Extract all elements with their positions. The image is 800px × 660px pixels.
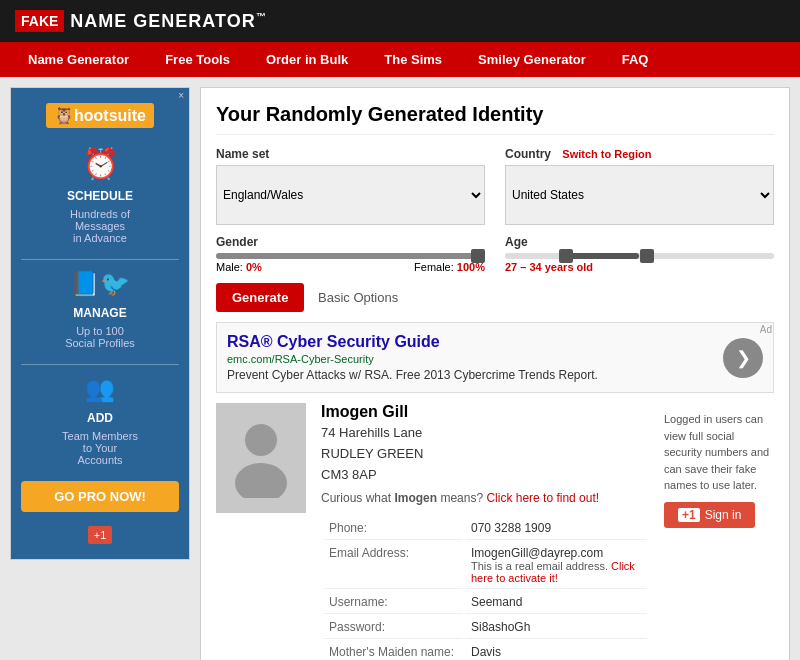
gopro-button[interactable]: GO PRO NOW! xyxy=(21,481,179,512)
email-label: Email Address: xyxy=(323,542,463,589)
gender-track[interactable] xyxy=(216,253,485,259)
form-row: Name set Croatian Czech Danish Dutch Eng… xyxy=(216,147,774,225)
age-thumb-right[interactable] xyxy=(640,249,654,263)
maiden-label: Mother's Maiden name: xyxy=(323,641,463,660)
switch-region-link[interactable]: Switch to Region xyxy=(562,148,651,160)
age-slider xyxy=(505,253,774,259)
clock-icon: ⏰ xyxy=(21,146,179,181)
ad-banner-url: emc.com/RSA-Cyber-Security xyxy=(227,353,713,365)
curious-link[interactable]: Click here to find out! xyxy=(486,491,599,505)
maiden-value: Davis xyxy=(465,641,647,660)
nameset-select[interactable]: Croatian Czech Danish Dutch England/Wale… xyxy=(216,165,485,225)
profile-address: 74 Harehills Lane RUDLEY GREEN CM3 8AP xyxy=(321,423,649,485)
svg-point-1 xyxy=(235,463,287,498)
hootsuite-logo: 🦉hootsuite xyxy=(46,103,154,128)
phone-label: Phone: xyxy=(323,517,463,540)
nameset-label: Name set xyxy=(216,147,485,161)
divider2 xyxy=(21,364,179,365)
nav-smiley[interactable]: Smiley Generator xyxy=(460,42,604,77)
slider-row: Gender Male: 0% Female: 100% xyxy=(216,235,774,273)
curious-line: Curious what Imogen means? Click here to… xyxy=(321,491,649,505)
password-value: Si8ashoGh xyxy=(465,616,647,639)
table-row: Mother's Maiden name: Davis xyxy=(323,641,647,660)
email-cell: ImogenGill@dayrep.com This is a real ema… xyxy=(465,542,647,589)
signin-button[interactable]: +1 Sign in xyxy=(664,502,755,528)
login-promo-text: Logged in users can view full social sec… xyxy=(664,411,774,494)
nav-free-tools[interactable]: Free Tools xyxy=(147,42,248,77)
country-group: Country Switch to Region Switzerland Tun… xyxy=(505,147,774,225)
schedule-title: SCHEDULE xyxy=(21,189,179,203)
people-icon: 👥 xyxy=(21,375,179,403)
profile-section: Imogen Gill 74 Harehills Lane RUDLEY GRE… xyxy=(216,403,774,660)
social-icons: 📘🐦 xyxy=(21,270,179,298)
country-label: Country Switch to Region xyxy=(505,147,774,161)
nav-faq[interactable]: FAQ xyxy=(604,42,667,77)
generate-button[interactable]: Generate xyxy=(216,283,304,312)
button-row: Generate Basic Options xyxy=(216,283,774,312)
manage-title: MANAGE xyxy=(21,306,179,320)
age-range-label: 27 – 34 years old xyxy=(505,261,593,273)
header: FAKE NAME GENERATOR™ xyxy=(0,0,800,42)
gender-labels: Male: 0% Female: 100% xyxy=(216,261,485,273)
svg-point-0 xyxy=(245,424,277,456)
nav-order-bulk[interactable]: Order in Bulk xyxy=(248,42,366,77)
age-labels: 27 – 34 years old xyxy=(505,261,774,273)
gender-group: Gender Male: 0% Female: 100% xyxy=(216,235,485,273)
username-value: Seemand xyxy=(465,591,647,614)
phone-value: 070 3288 1909 xyxy=(465,517,647,540)
gender-slider xyxy=(216,253,485,259)
login-promo-col: Logged in users can view full social sec… xyxy=(664,403,774,660)
ad-label: Ad xyxy=(760,324,772,335)
ad-banner: RSA® Cyber Security Guide emc.com/RSA-Cy… xyxy=(216,322,774,393)
add-title: ADD xyxy=(21,411,179,425)
avatar-placeholder xyxy=(216,403,306,513)
table-row: Username: Seemand xyxy=(323,591,647,614)
ad-box: × 🦉hootsuite ⏰ SCHEDULE Hundreds of Mess… xyxy=(10,87,190,560)
nav-name-generator[interactable]: Name Generator xyxy=(10,42,147,77)
nav-bar: Name Generator Free Tools Order in Bulk … xyxy=(0,42,800,77)
divider xyxy=(21,259,179,260)
male-label: Male: 0% xyxy=(216,261,262,273)
profile-table: Phone: 070 3288 1909 Email Address: Imog… xyxy=(321,515,649,660)
age-thumb-left[interactable] xyxy=(559,249,573,263)
page-title: Your Randomly Generated Identity xyxy=(216,103,774,135)
profile-details: Imogen Gill 74 Harehills Lane RUDLEY GRE… xyxy=(321,403,649,660)
logo-fake-badge: FAKE xyxy=(15,10,64,32)
password-label: Password: xyxy=(323,616,463,639)
nav-the-sims[interactable]: The Sims xyxy=(366,42,460,77)
username-label: Username: xyxy=(323,591,463,614)
schedule-sub: Hundreds of Messages in Advance xyxy=(21,208,179,244)
age-group: Age 27 – 34 years old xyxy=(505,235,774,273)
ad-banner-desc: Prevent Cyber Attacks w/ RSA. Free 2013 … xyxy=(227,368,713,382)
gender-thumb[interactable] xyxy=(471,249,485,263)
logo-text: NAME GENERATOR™ xyxy=(70,11,266,32)
ad-banner-text: RSA® Cyber Security Guide emc.com/RSA-Cy… xyxy=(227,333,713,382)
avatar-silhouette xyxy=(231,418,291,498)
gplus-badge: +1 xyxy=(88,526,113,544)
table-row: Email Address: ImogenGill@dayrep.com Thi… xyxy=(323,542,647,589)
age-label: Age xyxy=(505,235,774,249)
gplus-icon: +1 xyxy=(678,508,700,522)
gender-label: Gender xyxy=(216,235,485,249)
content-area: Your Randomly Generated Identity Name se… xyxy=(200,87,790,660)
email-note: This is a real email address. Click here… xyxy=(471,560,641,584)
basic-options-button[interactable]: Basic Options xyxy=(318,290,398,305)
add-sub: Team Members to Your Accounts xyxy=(21,430,179,466)
table-row: Phone: 070 3288 1909 xyxy=(323,517,647,540)
ad-arrow-icon[interactable]: ❯ xyxy=(723,338,763,378)
main-container: × 🦉hootsuite ⏰ SCHEDULE Hundreds of Mess… xyxy=(0,77,800,660)
age-track[interactable] xyxy=(505,253,774,259)
nameset-group: Name set Croatian Czech Danish Dutch Eng… xyxy=(216,147,485,225)
table-row: Password: Si8ashoGh xyxy=(323,616,647,639)
close-icon[interactable]: × xyxy=(178,90,184,101)
profile-name: Imogen Gill xyxy=(321,403,649,421)
country-select[interactable]: Switzerland Tunisia United Kingdom Unite… xyxy=(505,165,774,225)
ad-banner-title[interactable]: RSA® Cyber Security Guide xyxy=(227,333,713,351)
sidebar-ad: × 🦉hootsuite ⏰ SCHEDULE Hundreds of Mess… xyxy=(10,87,190,660)
manage-sub: Up to 100 Social Profiles xyxy=(21,325,179,349)
